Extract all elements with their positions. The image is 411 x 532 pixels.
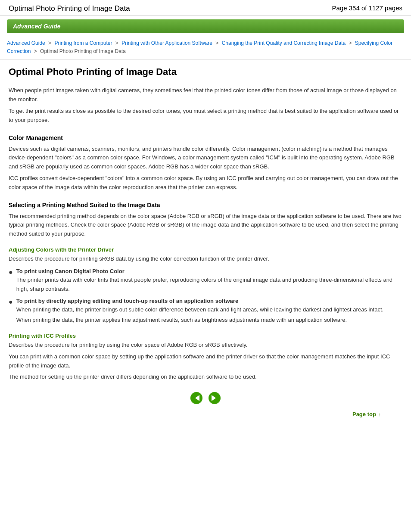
bullet-label-1: To print using Canon Digital Photo Color <box>16 268 125 274</box>
bullet-desc-1: The printer prints data with color tints… <box>16 276 402 294</box>
bullet-label-2: To print by directly applying editing an… <box>16 298 238 304</box>
banner-label: Advanced Guide <box>13 23 60 30</box>
bullet-desc-2b: When printing the data, the printer appl… <box>16 316 402 325</box>
icc-profiles-para-1: Describes the procedure for printing by … <box>9 341 402 350</box>
subheading-adjusting-colors: Adjusting Colors with the Printer Driver <box>9 246 402 253</box>
breadcrumb-link-3[interactable]: Printing with Other Application Software <box>121 40 212 46</box>
main-heading: Optimal Photo Printing of Image Data <box>9 66 402 79</box>
bullet-item-1: ● To print using Canon Digital Photo Col… <box>9 268 402 294</box>
page-top-arrow: ↑ <box>379 412 381 417</box>
breadcrumb-link-2[interactable]: Printing from a Computer <box>54 40 112 46</box>
intro-para-1: When people print images taken with digi… <box>9 86 402 104</box>
bullet-dot-2: ● <box>9 298 13 306</box>
breadcrumb-link-4[interactable]: Changing the Print Quality and Correctin… <box>222 40 346 46</box>
separator-3: > <box>215 40 220 46</box>
breadcrumb: Advanced Guide > Printing from a Compute… <box>0 37 411 59</box>
advanced-guide-banner: Advanced Guide <box>7 19 404 33</box>
header-title: Optimal Photo Printing of Image Data <box>9 4 130 13</box>
bullet-item-2: ● To print by directly applying editing … <box>9 298 402 325</box>
page-top: Page top ↑ <box>9 411 402 417</box>
color-management-para-1: Devices such as digital cameras, scanner… <box>9 145 402 171</box>
navigation-arrows <box>9 392 402 404</box>
separator-2: > <box>115 40 120 46</box>
page-top-link[interactable]: Page top ↑ <box>352 411 381 417</box>
section-heading-color-management: Color Management <box>9 134 402 141</box>
header: Optimal Photo Printing of Image Data Pag… <box>0 0 411 16</box>
bullet-content-2: To print by directly applying editing an… <box>16 298 402 325</box>
page-number: Page 354 of 1127 pages <box>332 4 402 12</box>
color-management-para-2: ICC profiles convert device-dependent "c… <box>9 174 402 192</box>
next-button[interactable] <box>209 392 221 404</box>
breadcrumb-link-1[interactable]: Advanced Guide <box>7 40 45 46</box>
main-content: Optimal Photo Printing of Image Data Whe… <box>0 59 411 430</box>
subheading-icc-profiles: Printing with ICC Profiles <box>9 333 402 339</box>
printing-method-para-1: The recommended printing method depends … <box>9 212 402 239</box>
intro-para-2: To get the print results as close as pos… <box>9 107 402 125</box>
adjusting-colors-desc: Describes the procedure for printing sRG… <box>9 255 402 264</box>
breadcrumb-current: Optimal Photo Printing of Image Data <box>40 48 126 54</box>
separator-4: > <box>349 40 353 46</box>
icc-profiles-para-2: You can print with a common color space … <box>9 352 402 370</box>
bullet-dot-1: ● <box>9 268 13 276</box>
page-top-label: Page top <box>352 411 376 417</box>
bullet-content-1: To print using Canon Digital Photo Color… <box>16 268 402 294</box>
separator-5: > <box>34 48 38 54</box>
separator-1: > <box>48 40 53 46</box>
prev-button[interactable] <box>190 392 202 404</box>
icc-profiles-para-3: The method for setting up the printer dr… <box>9 373 402 382</box>
bullet-desc-2a: When printing the data, the printer brin… <box>16 305 402 314</box>
section-heading-printing-method: Selecting a Printing Method Suited to th… <box>9 202 402 208</box>
